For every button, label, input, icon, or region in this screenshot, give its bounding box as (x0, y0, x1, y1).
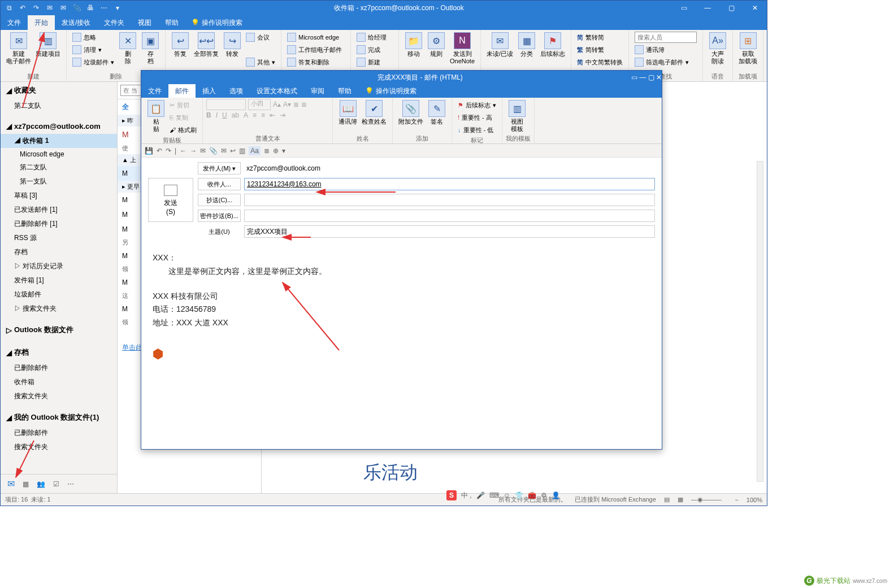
close-icon[interactable]: ✕ (656, 73, 662, 81)
ribbon-options-icon[interactable]: ▭ (672, 1, 696, 15)
qat-icon[interactable]: ⋯ (99, 3, 109, 13)
qat-icon[interactable]: Aa (249, 146, 261, 155)
new-email-button[interactable]: ✉新建 电子邮件 (4, 31, 33, 66)
search-people-input[interactable] (635, 32, 697, 43)
qat-icon[interactable]: ↷ (31, 3, 41, 13)
highlight-icon[interactable]: ab (232, 111, 239, 119)
qat-icon[interactable]: ✉ (58, 3, 68, 13)
junk-button[interactable]: 垃圾邮件▾ (70, 56, 116, 68)
numbering-icon[interactable]: ≣ (301, 101, 307, 108)
ignore-button[interactable]: 忽略 (70, 31, 116, 43)
nav-account-header[interactable]: ◢xz7pccom@outlook.com (1, 119, 117, 134)
tab-help[interactable]: 帮助 (158, 15, 185, 30)
bcc-button[interactable]: 密件抄送(B)... (198, 210, 241, 222)
font-name-combo[interactable] (206, 99, 246, 110)
shrink-font-icon[interactable]: A▾ (283, 101, 291, 108)
ctab-options[interactable]: 选项 (223, 84, 250, 98)
quickstep-item[interactable]: 给经理 (354, 31, 389, 43)
ime-settings-icon[interactable]: ⚙ (541, 491, 547, 499)
followup-flag-button[interactable]: ⚑后续标志▾ (455, 99, 498, 111)
read-aloud-button[interactable]: A»大声 朗读 (706, 31, 729, 66)
font-color-icon[interactable]: A (244, 111, 248, 119)
align-center-icon[interactable]: ≡ (261, 111, 265, 119)
nav-subfolder[interactable]: Microsoft edge (1, 148, 117, 160)
qat-icon[interactable]: ↩ (230, 147, 236, 155)
attach-icon[interactable]: 📎 (209, 147, 218, 155)
more-respond-button[interactable]: 其他▾ (244, 56, 277, 68)
sogou-ime-icon[interactable]: S (446, 490, 457, 500)
importance-high-button[interactable]: !重要性 - 高 (455, 111, 494, 124)
calendar-view-icon[interactable]: ▦ (23, 480, 29, 488)
indent-dec-icon[interactable]: ⇤ (270, 111, 275, 119)
paste-button[interactable]: 📋粘 贴 (145, 99, 167, 134)
nav-subfolder[interactable]: 第一支队 (1, 175, 117, 189)
qat-icon[interactable]: 🖶 (85, 3, 96, 13)
quickstep-item[interactable]: 完成 (354, 43, 383, 56)
view-normal-icon[interactable]: ▤ (664, 496, 670, 503)
quickstep-item[interactable]: 工作组电子邮件 (285, 43, 344, 56)
nav-archive-item[interactable]: 收件箱 (1, 375, 117, 389)
ctab-format[interactable]: 设置文本格式 (250, 84, 304, 98)
ctab-help[interactable]: 帮助 (331, 84, 358, 98)
save-icon[interactable]: 💾 (145, 147, 153, 155)
nav-outbox[interactable]: 发件箱 [1] (1, 273, 117, 288)
forward-button[interactable]: ↪转发 (221, 31, 244, 59)
nav-junk[interactable]: 垃圾邮件 (1, 288, 117, 302)
clean-button[interactable]: 清理▾ (70, 43, 116, 56)
replyall-button[interactable]: ↩↩全部答复 (192, 31, 221, 59)
nav-deleted[interactable]: 已删除邮件 [1] (1, 217, 117, 231)
get-addins-button[interactable]: ⊞获取 加载项 (736, 31, 760, 66)
signature-button[interactable]: ✎签名 (426, 99, 448, 127)
ctab-message[interactable]: 邮件 (168, 84, 196, 98)
rules-button[interactable]: ⚙规则 (425, 31, 448, 59)
qat-icon[interactable]: ≣ (264, 147, 270, 155)
scrollbar[interactable] (757, 161, 763, 482)
check-names-button[interactable]: ✔检查姓名 (359, 99, 389, 127)
nav-mydata-header[interactable]: ◢我的 Outlook 数据文件(1) (1, 409, 117, 426)
qat-icon[interactable]: ⧉ (4, 3, 14, 13)
close-icon[interactable]: ✕ (743, 1, 767, 15)
qat-dropdown-icon[interactable]: ▾ (112, 3, 123, 13)
followup-button[interactable]: ⚑后续标志 (538, 31, 567, 59)
mail-view-icon[interactable]: ✉ (7, 478, 15, 489)
qat-icon[interactable]: ▥ (239, 147, 245, 155)
send-button[interactable]: 发送 (S) (148, 178, 193, 222)
nav-mydata-item[interactable]: 搜索文件夹 (1, 440, 117, 454)
minimize-icon[interactable]: — (639, 73, 646, 81)
nav-history[interactable]: ▷ 对话历史记录 (1, 259, 117, 273)
nav-mydata-item[interactable]: 已删除邮件 (1, 426, 117, 440)
importance-low-button[interactable]: ↓重要性 - 低 (455, 124, 496, 136)
unread-button[interactable]: ✉未读/已读 (484, 31, 515, 59)
nav-archive-item[interactable]: 搜索文件夹 (1, 389, 117, 403)
ime-lang-button[interactable]: 中 , (461, 491, 472, 500)
view-templates-button[interactable]: ▥视图 模板 (506, 99, 528, 134)
prev-icon[interactable]: ← (180, 147, 186, 155)
compose-body[interactable]: XXX： 这里是举例正文内容，这里是举例正文内容。 XXX 科技有限公司 电话：… (141, 242, 662, 449)
nav-inbox[interactable]: ◢ 收件箱 1 (1, 134, 117, 148)
align-left-icon[interactable]: ≡ (253, 111, 257, 119)
nav-subfolder[interactable]: 第二支队 (1, 160, 117, 175)
undo-icon[interactable]: ↶ (157, 147, 162, 155)
qat-icon[interactable]: ⊕ (273, 147, 279, 155)
underline-button[interactable]: U (222, 111, 227, 119)
maximize-icon[interactable]: ▢ (719, 1, 743, 15)
copy-button[interactable]: ⎘复制 (167, 111, 199, 124)
attach-file-button[interactable]: 📎附加文件 (396, 99, 426, 127)
cc-button[interactable]: 抄送(C)... (198, 194, 241, 206)
bcc-input[interactable] (244, 210, 655, 222)
qat-icon[interactable]: ↶ (18, 3, 28, 13)
ribbon-options-icon[interactable]: ▭ (631, 73, 637, 81)
redo-icon[interactable]: ↷ (166, 147, 171, 155)
compose-tell-me[interactable]: 💡操作说明搜索 (358, 84, 423, 98)
cc-input[interactable] (244, 194, 655, 206)
maximize-icon[interactable]: ▢ (648, 73, 654, 81)
onenote-button[interactable]: N发送到 OneNote (448, 31, 477, 66)
bullets-icon[interactable]: ≣ (293, 101, 299, 108)
tasks-view-icon[interactable]: ☑ (53, 480, 59, 488)
addressbook-button[interactable]: 📖通讯簿 (336, 99, 359, 127)
ime-user-icon[interactable]: 👤 (552, 491, 560, 499)
to-input[interactable] (244, 178, 655, 190)
quickstep-item[interactable]: 新建 (354, 56, 383, 68)
ctab-insert[interactable]: 插入 (196, 84, 223, 98)
cut-button[interactable]: ✂剪切 (167, 99, 199, 111)
